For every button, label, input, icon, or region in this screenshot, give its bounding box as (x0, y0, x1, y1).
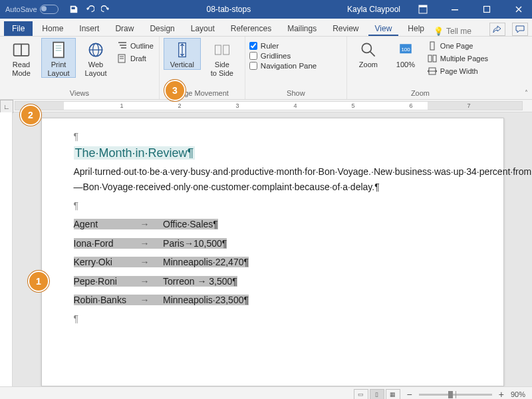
vertical-label: Vertical (170, 61, 194, 69)
nav-pane-checkbox[interactable]: Navigation Pane (249, 62, 317, 70)
zoom-button[interactable]: Zoom (351, 38, 386, 69)
tab-file[interactable]: File (4, 21, 33, 36)
tab-review[interactable]: Review (326, 21, 365, 36)
outline-button[interactable]: Outline (116, 41, 155, 51)
ruler-checkbox[interactable]: Ruler (249, 42, 317, 50)
ribbon-options-icon[interactable] (410, 0, 436, 19)
page-width-icon (427, 66, 438, 76)
svg-rect-6 (53, 43, 64, 58)
web-layout-button[interactable]: Web Layout (78, 38, 113, 77)
document-title: 08-tab-stops (110, 5, 347, 14)
print-view-icon[interactable]: ▯ (370, 389, 384, 399)
ribbon: Read Mode Print Layout Web Layout Outlin… (0, 37, 532, 100)
tab-design[interactable]: Design (143, 21, 181, 36)
draft-icon (117, 54, 128, 63)
svg-text:100: 100 (401, 47, 410, 53)
svg-rect-1 (419, 5, 427, 7)
maximize-icon[interactable] (473, 0, 500, 19)
zoom-100-button[interactable]: 100 100% (388, 38, 423, 69)
read-mode-icon (12, 41, 31, 59)
table-row[interactable]: Pepe·Roni→ Torreon → 3,500¶ (74, 274, 471, 289)
ruler-tick: 2 (178, 102, 181, 109)
tab-selector[interactable]: ∟ (0, 100, 13, 113)
body-paragraph[interactable]: April·turned·out·to·be·a·very·busy·and·p… (74, 164, 471, 194)
gridlines-checkbox[interactable]: Gridlines (249, 52, 317, 60)
multi-page-icon (427, 54, 438, 63)
tab-draw[interactable]: Draw (108, 21, 140, 36)
minimize-icon[interactable] (442, 0, 468, 19)
zoom-100-label: 100% (396, 61, 415, 69)
tab-view[interactable]: View (368, 21, 399, 36)
vertical-button[interactable]: Vertical (164, 38, 201, 70)
cell-value: Office·Sales¶ (163, 217, 218, 231)
cell-agent: Kerry·Oki (74, 255, 137, 269)
pilcrow: ¶ (74, 198, 471, 213)
one-page-button[interactable]: One Page (426, 41, 489, 51)
collapse-ribbon-icon[interactable]: ˄ (525, 89, 528, 96)
comments-button[interactable] (512, 23, 528, 36)
zoom-in-icon[interactable]: + (499, 389, 504, 399)
ruler-tick: 4 (293, 102, 297, 109)
table-row[interactable]: Agent→ Office·Sales¶ (74, 217, 471, 231)
read-view-icon[interactable]: ▭ (354, 389, 368, 399)
undo-icon[interactable] (85, 5, 94, 14)
tab-arrow-icon: → (137, 255, 153, 269)
ribbon-tabs: File Home Insert Draw Design Layout Refe… (0, 19, 532, 37)
ruler-tick: 3 (235, 102, 239, 109)
zoom-out-icon[interactable]: − (407, 389, 412, 399)
tab-layout[interactable]: Layout (184, 21, 221, 36)
multi-page-button[interactable]: Multiple Pages (426, 53, 489, 64)
web-layout-icon (86, 41, 105, 59)
ruler-tick: 5 (351, 102, 354, 109)
table-row[interactable]: Kerry·Oki→ Minneapolis·22,470¶ (74, 255, 471, 269)
zoom-slider[interactable] (419, 394, 492, 396)
heading-text[interactable]: The·Month·in·Review¶ (74, 146, 196, 160)
autosave-label: AutoSave (5, 5, 37, 13)
page-width-button[interactable]: Page Width (426, 66, 489, 76)
svg-line-20 (370, 52, 374, 57)
table-row[interactable]: Iona·Ford→ Paris→10,500¶ (74, 236, 471, 251)
callout-2: 2 (20, 104, 41, 126)
side-to-side-button[interactable]: Side to Side (203, 38, 241, 77)
tab-references[interactable]: References (224, 21, 278, 36)
horizontal-ruler[interactable]: 1 2 3 4 5 6 7 (15, 101, 523, 110)
toggle-off-icon (40, 5, 59, 14)
print-layout-button[interactable]: Print Layout (41, 38, 76, 78)
tell-me[interactable]: 💡 Tell me (434, 27, 471, 36)
close-icon[interactable] (505, 0, 532, 19)
tell-me-label: Tell me (446, 27, 471, 36)
nav-check-icon[interactable] (249, 62, 257, 70)
svg-rect-25 (433, 55, 436, 62)
ruler-check-icon[interactable] (249, 42, 257, 50)
table-row[interactable]: Robin·Banks→ Minneapolis·23,500¶ (74, 293, 471, 307)
page-area[interactable]: ¶ The·Month·in·Review¶ April·turned·out·… (13, 112, 532, 386)
zoom-value[interactable]: 90% (511, 390, 525, 398)
draft-label: Draft (130, 55, 146, 63)
cell-value: Torreon → 3,500¶ (163, 274, 237, 289)
vertical-ruler[interactable] (0, 112, 13, 386)
views-group-label: Views (4, 88, 155, 99)
workspace: ¶ The·Month·in·Review¶ April·turned·out·… (0, 112, 532, 386)
user-name[interactable]: Kayla Claypool (347, 5, 400, 14)
gridlines-label: Gridlines (261, 52, 291, 60)
tab-help[interactable]: Help (401, 21, 431, 36)
web-view-icon[interactable]: ▦ (386, 389, 400, 399)
read-mode-label: Read Mode (12, 61, 31, 77)
draft-button[interactable]: Draft (116, 53, 155, 64)
one-page-icon (427, 41, 438, 51)
print-layout-icon (49, 41, 68, 59)
redo-icon[interactable] (101, 5, 110, 14)
tab-mailings[interactable]: Mailings (281, 21, 323, 36)
web-layout-label: Web Layout (84, 61, 106, 77)
callout-3: 3 (164, 80, 186, 101)
read-mode-button[interactable]: Read Mode (4, 38, 39, 77)
document-page[interactable]: ¶ The·Month·in·Review¶ April·turned·out·… (41, 118, 504, 386)
tab-insert[interactable]: Insert (72, 21, 106, 36)
share-button[interactable] (489, 23, 505, 36)
zoom-thumb[interactable] (448, 391, 453, 398)
cell-value: Minneapolis·22,470¶ (163, 255, 249, 269)
gridlines-check-icon[interactable] (249, 52, 257, 60)
tab-home[interactable]: Home (35, 21, 70, 36)
autosave-toggle[interactable]: AutoSave (5, 5, 59, 14)
save-icon[interactable] (69, 5, 78, 14)
